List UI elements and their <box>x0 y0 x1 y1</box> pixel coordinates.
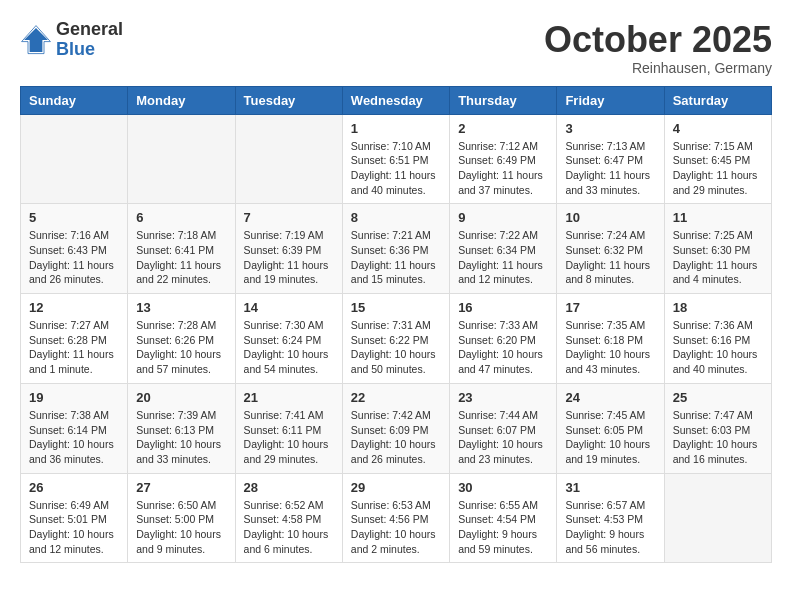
calendar-cell: 11Sunrise: 7:25 AM Sunset: 6:30 PM Dayli… <box>664 204 771 294</box>
logo-blue: Blue <box>56 40 123 60</box>
day-info: Sunrise: 7:12 AM Sunset: 6:49 PM Dayligh… <box>458 139 548 198</box>
calendar-cell <box>235 114 342 204</box>
day-info: Sunrise: 7:15 AM Sunset: 6:45 PM Dayligh… <box>673 139 763 198</box>
day-number: 14 <box>244 300 334 315</box>
day-number: 29 <box>351 480 441 495</box>
weekday-header: Sunday <box>21 86 128 114</box>
day-number: 26 <box>29 480 119 495</box>
day-info: Sunrise: 7:18 AM Sunset: 6:41 PM Dayligh… <box>136 228 226 287</box>
day-number: 19 <box>29 390 119 405</box>
day-info: Sunrise: 7:24 AM Sunset: 6:32 PM Dayligh… <box>565 228 655 287</box>
calendar-cell: 10Sunrise: 7:24 AM Sunset: 6:32 PM Dayli… <box>557 204 664 294</box>
day-info: Sunrise: 6:55 AM Sunset: 4:54 PM Dayligh… <box>458 498 548 557</box>
day-info: Sunrise: 7:36 AM Sunset: 6:16 PM Dayligh… <box>673 318 763 377</box>
day-number: 18 <box>673 300 763 315</box>
calendar-cell: 2Sunrise: 7:12 AM Sunset: 6:49 PM Daylig… <box>450 114 557 204</box>
day-info: Sunrise: 7:25 AM Sunset: 6:30 PM Dayligh… <box>673 228 763 287</box>
weekday-header: Wednesday <box>342 86 449 114</box>
calendar-cell: 6Sunrise: 7:18 AM Sunset: 6:41 PM Daylig… <box>128 204 235 294</box>
day-number: 21 <box>244 390 334 405</box>
calendar-cell: 30Sunrise: 6:55 AM Sunset: 4:54 PM Dayli… <box>450 473 557 563</box>
day-info: Sunrise: 7:10 AM Sunset: 6:51 PM Dayligh… <box>351 139 441 198</box>
day-info: Sunrise: 7:21 AM Sunset: 6:36 PM Dayligh… <box>351 228 441 287</box>
calendar-cell: 29Sunrise: 6:53 AM Sunset: 4:56 PM Dayli… <box>342 473 449 563</box>
day-number: 10 <box>565 210 655 225</box>
calendar-cell: 22Sunrise: 7:42 AM Sunset: 6:09 PM Dayli… <box>342 383 449 473</box>
day-number: 8 <box>351 210 441 225</box>
calendar-cell: 17Sunrise: 7:35 AM Sunset: 6:18 PM Dayli… <box>557 294 664 384</box>
day-info: Sunrise: 7:31 AM Sunset: 6:22 PM Dayligh… <box>351 318 441 377</box>
day-number: 11 <box>673 210 763 225</box>
calendar-cell: 4Sunrise: 7:15 AM Sunset: 6:45 PM Daylig… <box>664 114 771 204</box>
calendar-cell: 3Sunrise: 7:13 AM Sunset: 6:47 PM Daylig… <box>557 114 664 204</box>
day-number: 27 <box>136 480 226 495</box>
day-number: 17 <box>565 300 655 315</box>
calendar: SundayMondayTuesdayWednesdayThursdayFrid… <box>20 86 772 564</box>
calendar-cell: 24Sunrise: 7:45 AM Sunset: 6:05 PM Dayli… <box>557 383 664 473</box>
weekday-header: Friday <box>557 86 664 114</box>
logo: General Blue <box>20 20 123 60</box>
day-info: Sunrise: 6:52 AM Sunset: 4:58 PM Dayligh… <box>244 498 334 557</box>
weekday-header: Monday <box>128 86 235 114</box>
calendar-week: 1Sunrise: 7:10 AM Sunset: 6:51 PM Daylig… <box>21 114 772 204</box>
day-number: 2 <box>458 121 548 136</box>
weekday-header: Tuesday <box>235 86 342 114</box>
calendar-cell: 21Sunrise: 7:41 AM Sunset: 6:11 PM Dayli… <box>235 383 342 473</box>
day-number: 1 <box>351 121 441 136</box>
calendar-week: 12Sunrise: 7:27 AM Sunset: 6:28 PM Dayli… <box>21 294 772 384</box>
calendar-cell: 1Sunrise: 7:10 AM Sunset: 6:51 PM Daylig… <box>342 114 449 204</box>
month-title: October 2025 <box>544 20 772 60</box>
calendar-cell: 19Sunrise: 7:38 AM Sunset: 6:14 PM Dayli… <box>21 383 128 473</box>
calendar-cell: 27Sunrise: 6:50 AM Sunset: 5:00 PM Dayli… <box>128 473 235 563</box>
calendar-cell <box>128 114 235 204</box>
location: Reinhausen, Germany <box>544 60 772 76</box>
day-number: 15 <box>351 300 441 315</box>
day-number: 24 <box>565 390 655 405</box>
day-number: 3 <box>565 121 655 136</box>
day-info: Sunrise: 6:49 AM Sunset: 5:01 PM Dayligh… <box>29 498 119 557</box>
calendar-cell: 9Sunrise: 7:22 AM Sunset: 6:34 PM Daylig… <box>450 204 557 294</box>
weekday-header: Saturday <box>664 86 771 114</box>
day-info: Sunrise: 7:47 AM Sunset: 6:03 PM Dayligh… <box>673 408 763 467</box>
calendar-cell: 5Sunrise: 7:16 AM Sunset: 6:43 PM Daylig… <box>21 204 128 294</box>
day-info: Sunrise: 7:44 AM Sunset: 6:07 PM Dayligh… <box>458 408 548 467</box>
calendar-cell: 23Sunrise: 7:44 AM Sunset: 6:07 PM Dayli… <box>450 383 557 473</box>
calendar-cell: 25Sunrise: 7:47 AM Sunset: 6:03 PM Dayli… <box>664 383 771 473</box>
calendar-cell: 8Sunrise: 7:21 AM Sunset: 6:36 PM Daylig… <box>342 204 449 294</box>
day-number: 5 <box>29 210 119 225</box>
day-info: Sunrise: 7:42 AM Sunset: 6:09 PM Dayligh… <box>351 408 441 467</box>
calendar-cell <box>664 473 771 563</box>
calendar-cell: 20Sunrise: 7:39 AM Sunset: 6:13 PM Dayli… <box>128 383 235 473</box>
calendar-week: 26Sunrise: 6:49 AM Sunset: 5:01 PM Dayli… <box>21 473 772 563</box>
calendar-week: 19Sunrise: 7:38 AM Sunset: 6:14 PM Dayli… <box>21 383 772 473</box>
day-number: 4 <box>673 121 763 136</box>
calendar-cell: 7Sunrise: 7:19 AM Sunset: 6:39 PM Daylig… <box>235 204 342 294</box>
day-info: Sunrise: 7:35 AM Sunset: 6:18 PM Dayligh… <box>565 318 655 377</box>
day-info: Sunrise: 7:22 AM Sunset: 6:34 PM Dayligh… <box>458 228 548 287</box>
day-info: Sunrise: 7:33 AM Sunset: 6:20 PM Dayligh… <box>458 318 548 377</box>
weekday-header: Thursday <box>450 86 557 114</box>
calendar-week: 5Sunrise: 7:16 AM Sunset: 6:43 PM Daylig… <box>21 204 772 294</box>
logo-general: General <box>56 20 123 40</box>
day-info: Sunrise: 7:16 AM Sunset: 6:43 PM Dayligh… <box>29 228 119 287</box>
day-number: 25 <box>673 390 763 405</box>
day-number: 22 <box>351 390 441 405</box>
day-number: 9 <box>458 210 548 225</box>
day-number: 13 <box>136 300 226 315</box>
day-number: 6 <box>136 210 226 225</box>
day-info: Sunrise: 6:53 AM Sunset: 4:56 PM Dayligh… <box>351 498 441 557</box>
day-info: Sunrise: 7:38 AM Sunset: 6:14 PM Dayligh… <box>29 408 119 467</box>
day-info: Sunrise: 7:30 AM Sunset: 6:24 PM Dayligh… <box>244 318 334 377</box>
calendar-cell: 18Sunrise: 7:36 AM Sunset: 6:16 PM Dayli… <box>664 294 771 384</box>
day-info: Sunrise: 7:28 AM Sunset: 6:26 PM Dayligh… <box>136 318 226 377</box>
day-info: Sunrise: 7:27 AM Sunset: 6:28 PM Dayligh… <box>29 318 119 377</box>
calendar-cell: 31Sunrise: 6:57 AM Sunset: 4:53 PM Dayli… <box>557 473 664 563</box>
day-number: 20 <box>136 390 226 405</box>
day-info: Sunrise: 6:57 AM Sunset: 4:53 PM Dayligh… <box>565 498 655 557</box>
day-number: 23 <box>458 390 548 405</box>
day-number: 7 <box>244 210 334 225</box>
day-number: 31 <box>565 480 655 495</box>
day-info: Sunrise: 7:19 AM Sunset: 6:39 PM Dayligh… <box>244 228 334 287</box>
page-header: General Blue October 2025 Reinhausen, Ge… <box>20 20 772 76</box>
calendar-cell <box>21 114 128 204</box>
